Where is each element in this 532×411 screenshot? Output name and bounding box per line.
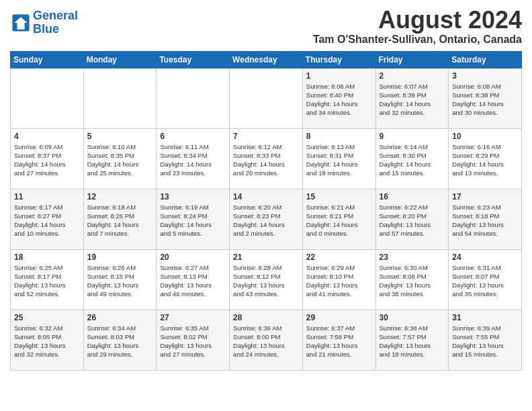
day-info: Sunrise: 6:22 AM Sunset: 8:20 PM Dayligh… bbox=[380, 203, 445, 238]
calendar-cell: 29Sunrise: 6:37 AM Sunset: 7:58 PM Dayli… bbox=[302, 310, 375, 370]
day-number: 29 bbox=[306, 313, 372, 322]
calendar-cell: 8Sunrise: 6:13 AM Sunset: 8:31 PM Daylig… bbox=[302, 128, 375, 189]
calendar-cell: 3Sunrise: 6:08 AM Sunset: 8:38 PM Daylig… bbox=[449, 68, 522, 128]
day-info: Sunrise: 6:38 AM Sunset: 7:57 PM Dayligh… bbox=[380, 324, 445, 359]
calendar-cell bbox=[83, 68, 157, 128]
calendar-cell: 15Sunrise: 6:21 AM Sunset: 8:21 PM Dayli… bbox=[302, 189, 375, 249]
day-info: Sunrise: 6:14 AM Sunset: 8:30 PM Dayligh… bbox=[380, 142, 445, 178]
day-info: Sunrise: 6:31 AM Sunset: 8:07 PM Dayligh… bbox=[452, 263, 518, 299]
calendar-cell: 5Sunrise: 6:10 AM Sunset: 8:35 PM Daylig… bbox=[83, 128, 157, 189]
page-header: General Blue August 2024 Tam O'Shanter-S… bbox=[10, 7, 522, 46]
month-year-title: August 2024 bbox=[313, 7, 522, 34]
calendar-cell: 7Sunrise: 6:12 AM Sunset: 8:33 PM Daylig… bbox=[230, 128, 303, 189]
day-info: Sunrise: 6:20 AM Sunset: 8:23 PM Dayligh… bbox=[233, 203, 299, 238]
calendar-cell: 24Sunrise: 6:31 AM Sunset: 8:07 PM Dayli… bbox=[449, 249, 522, 310]
calendar-cell: 20Sunrise: 6:27 AM Sunset: 8:13 PM Dayli… bbox=[157, 249, 230, 310]
weekday-row: SundayMondayTuesdayWednesdayThursdayFrid… bbox=[11, 51, 522, 68]
day-info: Sunrise: 6:13 AM Sunset: 8:31 PM Dayligh… bbox=[306, 142, 372, 178]
day-number: 14 bbox=[233, 192, 299, 201]
day-number: 25 bbox=[14, 313, 80, 322]
day-number: 31 bbox=[452, 313, 518, 322]
weekday-header-sunday: Sunday bbox=[11, 51, 84, 68]
calendar-cell: 21Sunrise: 6:28 AM Sunset: 8:12 PM Dayli… bbox=[230, 249, 303, 310]
day-info: Sunrise: 6:34 AM Sunset: 8:03 PM Dayligh… bbox=[87, 324, 153, 359]
day-number: 2 bbox=[380, 71, 445, 81]
calendar-cell: 28Sunrise: 6:36 AM Sunset: 8:00 PM Dayli… bbox=[230, 310, 303, 370]
calendar-cell: 18Sunrise: 6:25 AM Sunset: 8:17 PM Dayli… bbox=[11, 249, 84, 310]
logo: General Blue bbox=[10, 9, 78, 36]
calendar-cell: 16Sunrise: 6:22 AM Sunset: 8:20 PM Dayli… bbox=[375, 189, 449, 249]
calendar-week-1: 1Sunrise: 6:06 AM Sunset: 8:40 PM Daylig… bbox=[11, 68, 522, 128]
day-info: Sunrise: 6:37 AM Sunset: 7:58 PM Dayligh… bbox=[306, 324, 372, 359]
day-number: 16 bbox=[380, 192, 445, 201]
day-info: Sunrise: 6:12 AM Sunset: 8:33 PM Dayligh… bbox=[233, 142, 299, 178]
day-number: 3 bbox=[452, 71, 518, 81]
day-number: 26 bbox=[87, 313, 153, 322]
weekday-header-wednesday: Wednesday bbox=[230, 51, 303, 68]
calendar-cell: 14Sunrise: 6:20 AM Sunset: 8:23 PM Dayli… bbox=[230, 189, 303, 249]
day-info: Sunrise: 6:06 AM Sunset: 8:40 PM Dayligh… bbox=[306, 82, 372, 118]
day-info: Sunrise: 6:39 AM Sunset: 7:55 PM Dayligh… bbox=[452, 324, 518, 359]
calendar-cell bbox=[230, 68, 303, 128]
calendar-cell bbox=[157, 68, 230, 128]
day-number: 21 bbox=[233, 253, 299, 262]
day-number: 5 bbox=[87, 132, 153, 141]
calendar-cell: 19Sunrise: 6:26 AM Sunset: 8:15 PM Dayli… bbox=[83, 249, 157, 310]
weekday-header-saturday: Saturday bbox=[449, 51, 522, 68]
day-number: 11 bbox=[14, 192, 80, 201]
day-number: 4 bbox=[14, 132, 80, 141]
title-section: August 2024 Tam O'Shanter-Sullivan, Onta… bbox=[313, 7, 522, 46]
calendar-week-2: 4Sunrise: 6:09 AM Sunset: 8:37 PM Daylig… bbox=[11, 128, 522, 189]
day-number: 18 bbox=[14, 253, 80, 262]
day-number: 10 bbox=[452, 132, 518, 141]
weekday-header-thursday: Thursday bbox=[302, 51, 375, 68]
weekday-header-friday: Friday bbox=[375, 51, 449, 68]
calendar-cell: 13Sunrise: 6:19 AM Sunset: 8:24 PM Dayli… bbox=[157, 189, 230, 249]
calendar-week-5: 25Sunrise: 6:32 AM Sunset: 8:05 PM Dayli… bbox=[11, 310, 522, 370]
day-info: Sunrise: 6:35 AM Sunset: 8:02 PM Dayligh… bbox=[160, 324, 226, 359]
day-number: 19 bbox=[87, 253, 153, 262]
day-info: Sunrise: 6:29 AM Sunset: 8:10 PM Dayligh… bbox=[306, 263, 372, 299]
calendar-cell: 27Sunrise: 6:35 AM Sunset: 8:02 PM Dayli… bbox=[157, 310, 230, 370]
day-info: Sunrise: 6:36 AM Sunset: 8:00 PM Dayligh… bbox=[233, 324, 299, 359]
logo-icon bbox=[11, 13, 30, 32]
day-info: Sunrise: 6:16 AM Sunset: 8:29 PM Dayligh… bbox=[452, 142, 518, 178]
calendar-cell: 30Sunrise: 6:38 AM Sunset: 7:57 PM Dayli… bbox=[375, 310, 449, 370]
calendar-week-3: 11Sunrise: 6:17 AM Sunset: 8:27 PM Dayli… bbox=[11, 189, 522, 249]
calendar-cell: 12Sunrise: 6:18 AM Sunset: 8:26 PM Dayli… bbox=[83, 189, 157, 249]
day-number: 7 bbox=[233, 132, 299, 141]
day-info: Sunrise: 6:23 AM Sunset: 8:18 PM Dayligh… bbox=[452, 203, 518, 238]
day-number: 30 bbox=[380, 313, 445, 322]
calendar-cell: 4Sunrise: 6:09 AM Sunset: 8:37 PM Daylig… bbox=[11, 128, 84, 189]
day-number: 9 bbox=[380, 132, 445, 141]
day-info: Sunrise: 6:32 AM Sunset: 8:05 PM Dayligh… bbox=[14, 324, 80, 359]
calendar-cell: 11Sunrise: 6:17 AM Sunset: 8:27 PM Dayli… bbox=[11, 189, 84, 249]
calendar-header: SundayMondayTuesdayWednesdayThursdayFrid… bbox=[11, 51, 522, 68]
day-info: Sunrise: 6:26 AM Sunset: 8:15 PM Dayligh… bbox=[87, 263, 153, 299]
calendar-cell: 10Sunrise: 6:16 AM Sunset: 8:29 PM Dayli… bbox=[449, 128, 522, 189]
day-info: Sunrise: 6:11 AM Sunset: 8:34 PM Dayligh… bbox=[160, 142, 226, 178]
day-number: 1 bbox=[306, 71, 372, 81]
day-info: Sunrise: 6:19 AM Sunset: 8:24 PM Dayligh… bbox=[160, 203, 226, 238]
day-number: 12 bbox=[87, 192, 153, 201]
calendar-cell: 23Sunrise: 6:30 AM Sunset: 8:08 PM Dayli… bbox=[375, 249, 449, 310]
day-info: Sunrise: 6:08 AM Sunset: 8:38 PM Dayligh… bbox=[452, 82, 518, 118]
day-number: 28 bbox=[233, 313, 299, 322]
day-info: Sunrise: 6:27 AM Sunset: 8:13 PM Dayligh… bbox=[160, 263, 226, 299]
day-number: 20 bbox=[160, 253, 226, 262]
day-info: Sunrise: 6:21 AM Sunset: 8:21 PM Dayligh… bbox=[306, 203, 372, 238]
day-number: 27 bbox=[160, 313, 226, 322]
day-number: 13 bbox=[160, 192, 226, 201]
day-info: Sunrise: 6:10 AM Sunset: 8:35 PM Dayligh… bbox=[87, 142, 153, 178]
day-info: Sunrise: 6:28 AM Sunset: 8:12 PM Dayligh… bbox=[233, 263, 299, 299]
calendar-body: 1Sunrise: 6:06 AM Sunset: 8:40 PM Daylig… bbox=[11, 68, 522, 370]
location-subtitle: Tam O'Shanter-Sullivan, Ontario, Canada bbox=[313, 34, 522, 46]
calendar-cell: 2Sunrise: 6:07 AM Sunset: 8:39 PM Daylig… bbox=[375, 68, 449, 128]
day-info: Sunrise: 6:09 AM Sunset: 8:37 PM Dayligh… bbox=[14, 142, 80, 178]
logo-text: General Blue bbox=[33, 9, 78, 36]
day-number: 17 bbox=[452, 192, 518, 201]
day-info: Sunrise: 6:25 AM Sunset: 8:17 PM Dayligh… bbox=[14, 263, 80, 299]
day-info: Sunrise: 6:18 AM Sunset: 8:26 PM Dayligh… bbox=[87, 203, 153, 238]
calendar-cell: 25Sunrise: 6:32 AM Sunset: 8:05 PM Dayli… bbox=[11, 310, 84, 370]
day-number: 15 bbox=[306, 192, 372, 201]
